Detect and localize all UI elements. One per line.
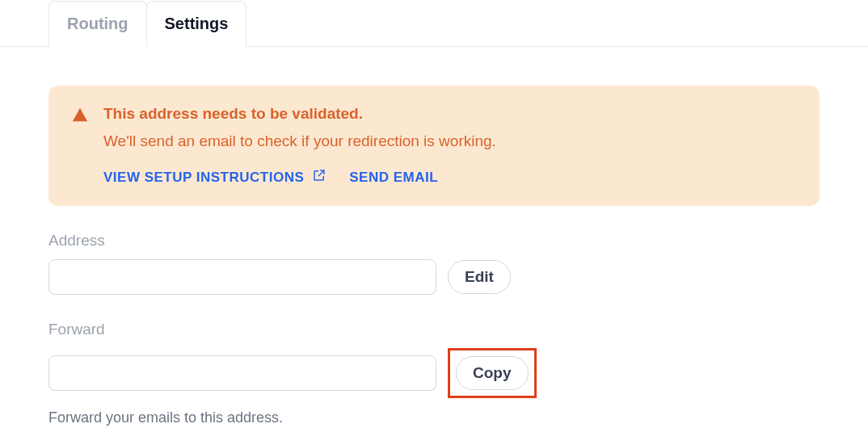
send-email-link[interactable]: Send Email [349,170,438,186]
validation-alert: This address needs to be validated. We'l… [48,86,820,206]
warning-icon [71,107,89,187]
tab-bar: Routing Settings [0,0,868,47]
alert-title: This address needs to be validated. [103,105,797,123]
address-input[interactable] [48,259,436,295]
alert-body: We'll send an email to check if your red… [103,132,797,150]
copy-button[interactable]: Copy [456,356,529,390]
forward-help-text: Forward your emails to this address. [48,409,820,426]
forward-label: Forward [48,321,820,338]
view-setup-instructions-link[interactable]: View Setup Instructions [103,168,327,187]
forward-input[interactable] [48,355,436,391]
address-field-group: Address Edit [48,232,820,295]
edit-button[interactable]: Edit [448,260,511,294]
view-setup-instructions-label: View Setup Instructions [103,170,304,186]
tab-routing[interactable]: Routing [48,1,147,47]
tab-settings[interactable]: Settings [146,1,247,47]
address-label: Address [48,232,820,250]
forward-field-group: Forward Copy Forward your emails to this… [48,321,820,426]
copy-button-highlight: Copy [448,348,537,398]
external-link-icon [312,168,327,187]
